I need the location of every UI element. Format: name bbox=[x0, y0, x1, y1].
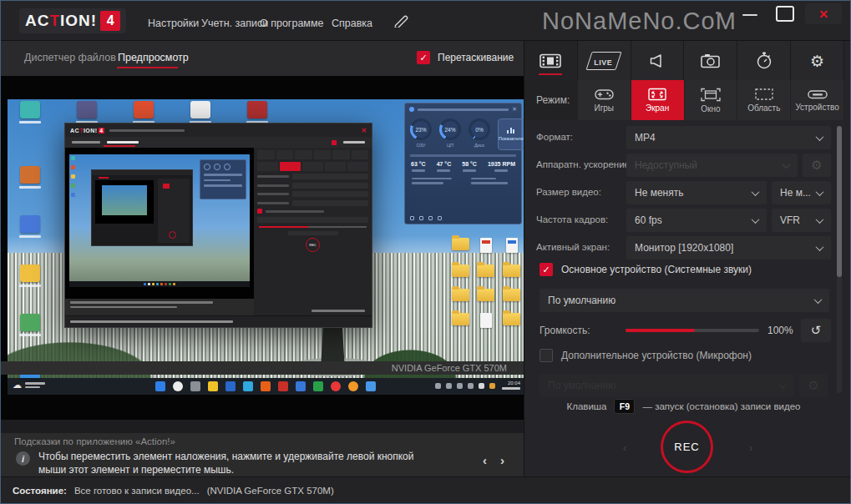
primary-audio-device-select[interactable]: По умолчанию bbox=[539, 289, 829, 312]
nested-tab-underline bbox=[104, 145, 135, 147]
cloud-icon: ☁ bbox=[13, 380, 22, 391]
folder-icon bbox=[503, 265, 520, 277]
check-icon: ✓ bbox=[419, 53, 427, 63]
volume-reset-button[interactable]: ↺ bbox=[801, 319, 831, 342]
tip-prev-button[interactable]: ‹ bbox=[483, 453, 487, 467]
mode-device[interactable]: Устройство bbox=[791, 80, 843, 120]
active-screen-select[interactable]: Монитор [1920x1080] bbox=[626, 236, 831, 260]
widget-app-icon bbox=[409, 107, 414, 112]
close-icon: ✕ bbox=[818, 8, 828, 21]
nested-statusbar bbox=[65, 315, 372, 327]
stat-cpu-temp: 63 °C bbox=[411, 161, 426, 172]
volume-slider[interactable] bbox=[626, 329, 759, 332]
secondary-audio-label: Дополнительное устройство (Микрофон) bbox=[561, 350, 752, 361]
panel-scrollbar-thumb[interactable] bbox=[837, 126, 842, 277]
desktop-icon bbox=[73, 101, 101, 123]
stat-fan-rpm: 1935 RPM bbox=[488, 161, 515, 172]
desktop-icon bbox=[16, 166, 44, 189]
performance-monitor-widget: ✕ 23% ОЗУ 24% ЦП 0% Диск bbox=[404, 103, 522, 224]
nested-checkbox-label bbox=[343, 141, 365, 144]
menu-help[interactable]: Справка bbox=[332, 18, 372, 29]
video-size-secondary-select[interactable]: Не м... bbox=[772, 181, 831, 204]
nested-checkbox bbox=[332, 140, 337, 145]
mode-screen[interactable]: Экран bbox=[631, 80, 684, 120]
check-icon: ✓ bbox=[542, 265, 550, 275]
format-row: Формат: MP4 bbox=[536, 126, 831, 149]
active-screen-row: Активный экран: Монитор [1920x1080] bbox=[536, 236, 831, 260]
camera-icon bbox=[701, 53, 720, 68]
status-text: Все готово к записи видео... bbox=[74, 486, 200, 496]
tab-audio[interactable] bbox=[631, 41, 685, 80]
status-label: Состояние: bbox=[13, 486, 67, 496]
menu-about[interactable]: О программе bbox=[260, 18, 323, 29]
primary-audio-toggle[interactable]: ✓ Основное устройство (Системные звуки) bbox=[539, 263, 752, 276]
region-icon bbox=[754, 88, 774, 101]
format-select[interactable]: MP4 bbox=[626, 126, 831, 149]
tab-benchmark[interactable] bbox=[737, 41, 791, 80]
chevron-down-icon bbox=[816, 215, 824, 224]
nested-preview-pane bbox=[65, 148, 254, 299]
mode-window[interactable]: Окно bbox=[685, 80, 737, 120]
screen-preview[interactable]: ✕ 23% ОЗУ 24% ЦП 0% Диск bbox=[1, 76, 524, 420]
video-size-select[interactable]: Не менять bbox=[626, 181, 767, 204]
close-button[interactable]: ✕ bbox=[805, 3, 842, 24]
hw-accel-row: Аппаратн. ускорение: Недоступный ⚙ bbox=[536, 154, 831, 177]
secondary-audio-toggle[interactable]: Дополнительное устройство (Микрофон) bbox=[539, 349, 752, 362]
reset-icon: ↺ bbox=[811, 323, 822, 338]
drag-toggle[interactable]: ✓ Перетаскивание bbox=[417, 51, 514, 64]
folder-icon bbox=[477, 289, 494, 301]
primary-audio-checkbox[interactable]: ✓ bbox=[539, 263, 553, 276]
hotkey-suffix: — запуск (остановка) записи видео bbox=[642, 401, 800, 411]
tab-live-streaming[interactable]: LIVE bbox=[578, 41, 631, 80]
mode-region[interactable]: Область bbox=[737, 80, 790, 120]
gauge-ram: 23% ОЗУ bbox=[410, 118, 432, 148]
framerate-select[interactable]: 60 fps bbox=[626, 209, 767, 232]
desktop-icon bbox=[16, 215, 44, 238]
title-bar: ACTION! 4 Настройки Учетн. записи О прог… bbox=[1, 1, 850, 41]
secondary-audio-device-select: По умолчанию bbox=[539, 374, 794, 397]
tab-file-manager[interactable]: Диспетчер файлов bbox=[24, 52, 116, 63]
tip-text: Чтобы переместить элемент наложения, наж… bbox=[38, 450, 413, 476]
pen-tool-icon[interactable] bbox=[393, 14, 410, 28]
nested-right-panel: REC bbox=[254, 148, 372, 315]
rec-next-icon: › bbox=[749, 441, 752, 454]
video-size-label: Размер видео: bbox=[536, 187, 601, 197]
tab-video-recording[interactable] bbox=[524, 41, 578, 80]
drag-checkbox[interactable]: ✓ bbox=[417, 51, 430, 64]
desktop-icons-right bbox=[448, 238, 524, 328]
mode-games[interactable]: Игры bbox=[578, 80, 631, 120]
tab-preview[interactable]: Предпросмотр bbox=[118, 52, 189, 63]
maximize-button[interactable] bbox=[776, 6, 794, 22]
hw-accel-settings-button: ⚙ bbox=[803, 154, 831, 177]
mode-row: Режим: Игры Экран Окно Область Устройств… bbox=[524, 80, 844, 120]
app-logo: ACTION! 4 bbox=[19, 8, 126, 33]
menu-accounts[interactable]: Учетн. записи bbox=[201, 18, 268, 29]
tab-screenshot[interactable] bbox=[684, 41, 737, 80]
gauge-cpu: 24% ЦП bbox=[439, 118, 461, 148]
tips-section: Подсказки по приложению «Action!» i Чтоб… bbox=[1, 433, 524, 478]
nested-close-icon: ✕ bbox=[361, 127, 367, 134]
secondary-audio-checkbox[interactable] bbox=[539, 349, 553, 362]
window-pin-dot bbox=[716, 12, 719, 14]
folder-icon bbox=[452, 289, 469, 301]
vfr-select[interactable]: VFR bbox=[772, 209, 831, 232]
nested-menu-placeholder bbox=[109, 129, 185, 132]
folder-icon bbox=[452, 238, 469, 250]
logo-pre: AC bbox=[25, 12, 49, 29]
rec-button[interactable]: REC bbox=[661, 421, 713, 473]
menu-settings[interactable]: Настройки bbox=[148, 18, 199, 29]
chevron-down-icon bbox=[816, 243, 824, 251]
minimize-button[interactable] bbox=[742, 14, 757, 16]
desktop-icon bbox=[186, 101, 215, 123]
tab-settings[interactable]: ⚙ bbox=[791, 41, 844, 80]
fullscreen-icon bbox=[647, 88, 667, 101]
taskbar-clock: 20:04 bbox=[502, 381, 520, 390]
device-icon bbox=[808, 88, 828, 100]
tip-next-button[interactable]: › bbox=[500, 453, 504, 467]
hotkey-row: Клавиша F9 — запуск (остановка) записи в… bbox=[524, 399, 843, 414]
rec-prev-icon: ‹ bbox=[623, 441, 626, 454]
live-icon: LIVE bbox=[586, 52, 622, 70]
hotkey-keycap[interactable]: F9 bbox=[614, 399, 635, 414]
folder-icon bbox=[477, 265, 494, 277]
desktop-icon bbox=[16, 101, 44, 123]
